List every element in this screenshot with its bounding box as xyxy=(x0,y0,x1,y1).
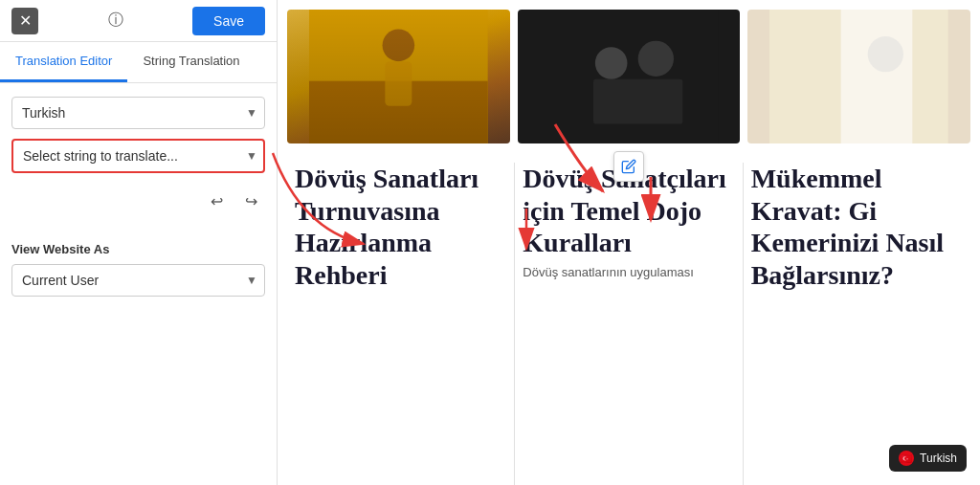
tab-translation-editor[interactable]: Translation Editor xyxy=(0,42,127,82)
preview-image-2 xyxy=(518,10,741,143)
left-panel: ✕ ⓘ Save Translation Editor String Trans… xyxy=(0,0,278,485)
string-select-wrapper: Select string to translate... ▼ xyxy=(11,139,265,173)
translate-controls: ↩ ↪ xyxy=(11,187,265,215)
undo-button[interactable]: ↩ xyxy=(202,187,231,215)
turkish-badge: 🇹🇷 Turkish xyxy=(889,445,967,472)
info-button[interactable]: ⓘ xyxy=(102,8,129,34)
view-website-as-section: View Website As Current User Admin Guest… xyxy=(0,229,277,310)
preview-col-1: Dövüş Sanatları Turnuvasına Hazırlanma R… xyxy=(287,163,514,485)
close-button[interactable]: ✕ xyxy=(11,8,38,34)
view-as-select[interactable]: Current User Admin Guest xyxy=(11,264,265,297)
svg-rect-9 xyxy=(841,10,913,143)
website-preview: Dövüş Sanatları Turnuvasına Hazırlanma R… xyxy=(278,0,980,485)
panel-content: Turkish English French German Spanish ▼ … xyxy=(0,83,277,229)
preview-image-1 xyxy=(287,10,510,143)
save-button[interactable]: Save xyxy=(192,7,265,35)
language-select[interactable]: Turkish English French German Spanish xyxy=(11,97,265,129)
string-select[interactable]: Select string to translate... xyxy=(11,139,265,173)
view-website-as-label: View Website As xyxy=(11,242,265,256)
preview-images xyxy=(278,0,980,153)
edit-pencil-button[interactable] xyxy=(613,151,644,182)
article-3-title: Mükemmel Kravat: Gi Kemerinizi Nasıl Bağ… xyxy=(751,163,963,291)
right-panel: Dövüş Sanatları Turnuvasına Hazırlanma R… xyxy=(278,0,980,485)
svg-rect-1 xyxy=(309,81,488,143)
svg-rect-0 xyxy=(309,10,488,143)
preview-col-2: Dövüş Sanatçıları için Temel Dojo Kurall… xyxy=(514,163,742,485)
article-2-subtitle: Dövüş sanatlarının uygulaması xyxy=(523,265,734,279)
preview-content: Dövüş Sanatları Turnuvasına Hazırlanma R… xyxy=(278,153,980,485)
top-bar: ✕ ⓘ Save xyxy=(0,0,277,42)
svg-point-6 xyxy=(637,41,673,77)
language-select-wrapper: Turkish English French German Spanish ▼ xyxy=(11,97,265,129)
view-as-select-wrapper: Current User Admin Guest ▼ xyxy=(11,264,265,297)
preview-col-3: Mükemmel Kravat: Gi Kemerinizi Nasıl Bağ… xyxy=(743,163,970,485)
svg-rect-7 xyxy=(593,79,682,124)
redo-button[interactable]: ↪ xyxy=(236,187,265,215)
tabs-container: Translation Editor String Translation xyxy=(0,42,277,83)
svg-point-2 xyxy=(383,30,415,62)
article-1-title: Dövüş Sanatları Turnuvasına Hazırlanma R… xyxy=(295,163,506,291)
svg-rect-3 xyxy=(385,61,412,106)
preview-image-3 xyxy=(747,10,970,143)
svg-point-10 xyxy=(868,36,903,72)
turkish-flag: 🇹🇷 xyxy=(899,451,914,466)
tab-string-translation[interactable]: String Translation xyxy=(127,42,255,82)
turkish-badge-label: Turkish xyxy=(920,452,957,465)
svg-point-5 xyxy=(595,47,628,79)
